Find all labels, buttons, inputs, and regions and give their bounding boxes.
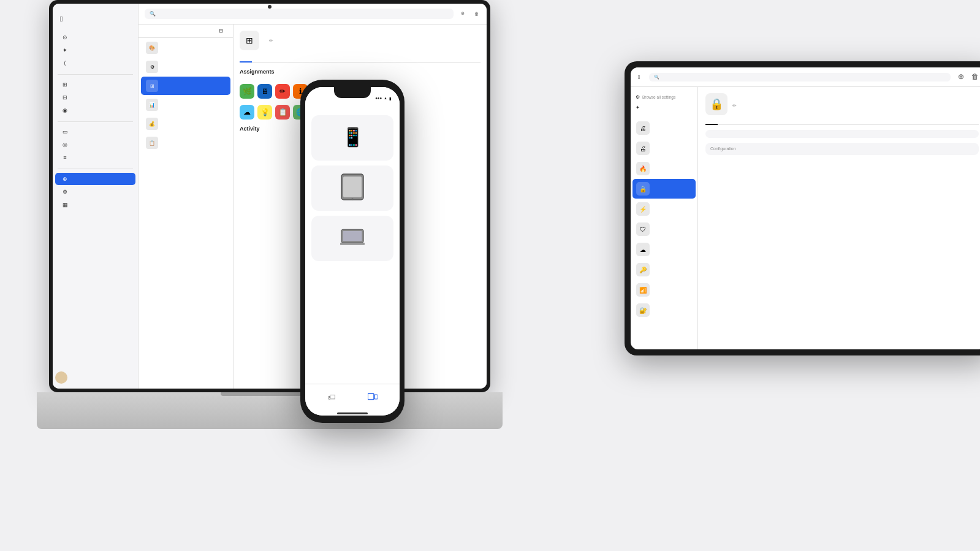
setting-icon-icloud: ☁	[240, 105, 254, 120]
app-icon-remote: 🖥	[257, 84, 272, 99]
passcode-icon: 🔑	[636, 263, 650, 276]
mac-nav-management: ⊞ ⊟ ◉	[53, 78, 138, 116]
avatar	[55, 371, 67, 384]
ipad-nav-activity[interactable]: ✦	[631, 102, 697, 113]
ipad-leftnav: ⚙ Browse all settings ✦ 🖨	[631, 87, 698, 349]
sidebar-item-roles[interactable]: ◉	[55, 104, 135, 116]
iphone-body: ●●● ▲ ▮ 📱	[300, 80, 405, 423]
add-button[interactable]: ⊕	[458, 9, 467, 18]
collection-item-finance[interactable]: 💰	[141, 115, 230, 133]
edit-icon[interactable]: ✏	[269, 38, 273, 44]
sidebar-item-assignment-history[interactable]: ≡	[55, 151, 135, 164]
collection-item-design[interactable]: 🎨	[141, 39, 230, 57]
assignment-history-icon: ≡	[61, 154, 69, 161]
user-footer	[53, 368, 135, 387]
sidebar-divider-2	[58, 121, 133, 122]
svg-rect-4	[343, 231, 362, 241]
svg-point-2	[352, 199, 354, 200]
apps-icon: ▦	[61, 201, 69, 208]
store-tab-icon: 🏷	[327, 392, 336, 402]
tab-apps[interactable]	[252, 55, 264, 63]
ipad-toolbar-actions: ⊕ 🗑	[958, 72, 979, 82]
sidebar-item-devices[interactable]: ▭	[55, 126, 135, 138]
ipad-setting-perfectbag-wifi[interactable]: 📶	[632, 280, 696, 300]
ipad-setting-2nd-floor[interactable]: 🖨	[632, 139, 696, 158]
ipad-assignments-section	[705, 130, 979, 138]
search-icon: 🔍	[150, 11, 156, 17]
ipad-configuration-box: Configuration	[705, 143, 979, 155]
configured-settings-label	[631, 113, 697, 118]
ipad-add-button[interactable]: ⊕	[958, 72, 964, 82]
assignments-section-title: Assignments	[240, 69, 481, 75]
collection-item-everyone[interactable]: ⊞	[141, 77, 230, 95]
tab-user-groups[interactable]	[276, 55, 289, 63]
filter-button[interactable]: ⊟	[219, 28, 224, 34]
collection-icon-engineering: ⚙	[146, 61, 158, 73]
energy-icon: ⚡	[636, 202, 650, 216]
add-icon: ⊕	[458, 9, 467, 18]
sidebar-item-users[interactable]: ⊞	[55, 78, 135, 91]
ipad-activity-section	[705, 160, 979, 161]
collection-item-project-mgmt[interactable]: 📋	[141, 134, 230, 152]
sidebar-item-apps[interactable]: ▦	[55, 199, 135, 211]
sidebar-item-user-groups[interactable]: ⊟	[55, 91, 135, 104]
sidebar-item-locations[interactable]: ⟨	[55, 57, 135, 69]
tab-devices[interactable]	[301, 55, 313, 63]
sidebar-item-collections[interactable]: ⊕	[55, 173, 135, 185]
ipad-add-icon: ⊕	[958, 72, 964, 81]
all-settings-icon: ⚙	[636, 94, 640, 100]
collection-icon-sales: 📊	[146, 99, 158, 111]
mac-nav-primary: ⊙ ✦ ⟨	[53, 31, 138, 69]
macbook-device:  ⊙ ✦ ⟨	[37, 0, 503, 429]
detail-header: ⊞ ✏	[240, 31, 481, 50]
ipad-setting-perfectbag-vpn[interactable]: 🔐	[632, 300, 696, 320]
ipad-tab-overview[interactable]	[705, 119, 718, 125]
ipad-setting-icloud[interactable]: ☁	[632, 240, 696, 259]
device-card-macbook[interactable]	[311, 216, 393, 261]
ipad-delete-icon: 🗑	[971, 72, 979, 81]
ipad-delete-button[interactable]: 🗑	[971, 72, 979, 82]
ipad-setting-passcode[interactable]: 🔑	[632, 260, 696, 279]
devices-icon: ▭	[61, 128, 69, 135]
ipad-search[interactable]: 🔍	[649, 73, 951, 82]
iphone-status-right: ●●● ▲ ▮	[375, 96, 391, 101]
sidebar-item-subscription[interactable]: ⊙	[55, 31, 135, 44]
tab-settings[interactable]	[264, 55, 276, 63]
collections-header: ⊟	[139, 25, 233, 38]
tab-users[interactable]	[289, 55, 301, 63]
perfectbag-wifi-icon: 📶	[636, 283, 650, 297]
macbook-screen-inner:  ⊙ ✦ ⟨	[53, 4, 487, 389]
device-img-ipad	[340, 172, 365, 202]
collection-item-engineering[interactable]: ⚙	[141, 58, 230, 76]
ipad-content: ⚙ Browse all settings ✦ 🖨	[631, 87, 980, 349]
collection-item-sales[interactable]: 📊	[141, 96, 230, 114]
mac-logo: 	[53, 11, 138, 31]
sidebar-item-service-support[interactable]: ◎	[55, 139, 135, 151]
sidebar-item-activity[interactable]: ✦	[55, 44, 135, 56]
ipad-setting-gatekeeper[interactable]: 🛡	[632, 219, 696, 239]
subscription-icon: ⊙	[61, 34, 69, 41]
ipad-setting-firewall[interactable]: 🔥	[632, 159, 696, 178]
ipad-setting-energy-saver[interactable]: ⚡	[632, 199, 696, 219]
ipad-nav-all-settings-info: Browse all settings	[642, 95, 675, 99]
ipad-setting-1st-floor[interactable]: 🖨	[632, 118, 696, 138]
sidebar-item-settings[interactable]: ⚙	[55, 186, 135, 198]
device-card-iphone[interactable]: 📱	[311, 115, 393, 161]
ipad-detail: 🔒 ✏	[698, 87, 980, 349]
iphone-tab-store[interactable]: 🏷	[327, 392, 336, 403]
tab-overview[interactable]	[240, 55, 252, 63]
device-card-ipad[interactable]	[311, 165, 393, 211]
ipad-tab-configuration[interactable]	[718, 119, 730, 125]
collection-icon-project-mgmt: 📋	[146, 137, 158, 149]
mac-nav-device: ▭ ◎ ≡	[53, 126, 138, 164]
ipad-setting-filevault[interactable]: 🔒	[632, 179, 696, 199]
ipad-nav-all-settings[interactable]: ⚙ Browse all settings	[631, 92, 697, 102]
setting-icon-homekit: 💡	[257, 105, 272, 120]
iphone-tab-devices[interactable]	[368, 392, 378, 403]
delete-button[interactable]: 🗑	[472, 9, 481, 18]
macbook-base	[37, 392, 503, 429]
search-bar[interactable]: 🔍	[145, 9, 454, 19]
iphone-device: ●●● ▲ ▮ 📱	[300, 80, 405, 423]
ipad-activity-row	[705, 160, 979, 161]
ipad-edit-icon[interactable]: ✏	[732, 103, 737, 108]
